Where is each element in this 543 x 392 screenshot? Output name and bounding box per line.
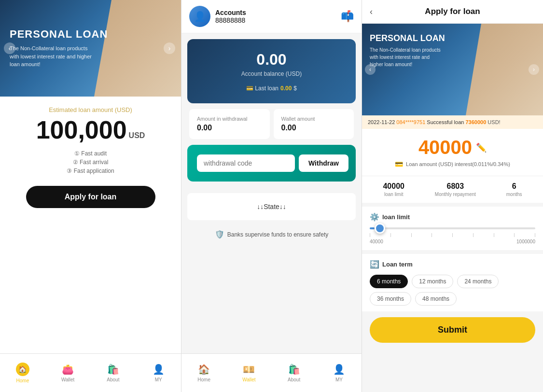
term-options: 6 months 12 months 24 months 36 months 4…	[370, 275, 535, 306]
withdrawal-value: 0.00	[197, 124, 262, 132]
loan-stats: 40000 loan limit 6803 Monthly repayment …	[362, 176, 543, 203]
loan-term-section: 🔄 Loan term 6 months 12 months 24 months…	[362, 254, 543, 311]
stat-limit-label: loan limit	[383, 192, 404, 197]
ticker-date: 2022-11-22	[368, 119, 395, 125]
term-icon: 🔄	[370, 260, 379, 269]
estimate-currency: USD	[129, 132, 145, 140]
feature-2: ② Fast arrival	[10, 159, 171, 166]
loan-limit-section: ⚙️ loan limit 40000 1000000	[362, 207, 543, 250]
balance-label: Account balance (USD)	[199, 70, 344, 77]
wallet-label: Wallet amount	[281, 116, 347, 122]
tick-8	[514, 233, 515, 237]
my-icon-mid: 👤	[333, 364, 345, 375]
about-icon-mid: 🛍️	[288, 364, 300, 375]
account-number: 88888888	[215, 16, 246, 24]
loan-limit-label: loan limit	[382, 213, 410, 221]
withdrawal-box: Amount in withdrawal 0.00	[189, 109, 270, 139]
hero-prev-btn[interactable]: ‹	[4, 42, 15, 54]
stat-repayment: 6803 Monthly repayment	[435, 182, 476, 197]
home-icon-left: 🏠	[16, 363, 29, 376]
ticker-status: Successful loan	[427, 119, 464, 125]
balance-card: 0.00 Account balance (USD) 💳 Last loan 0…	[187, 39, 356, 103]
nav-about-mid[interactable]: 🛍️ About	[272, 354, 317, 392]
tick-7	[494, 233, 494, 237]
withdrawal-code-input[interactable]	[197, 154, 295, 172]
hero-banner-left: ‹ PERSONAL LOAN The Non-Collateral loan …	[0, 0, 181, 97]
wallet-value: 0.00	[281, 124, 347, 132]
state-text: ↓↓State↓↓	[197, 203, 346, 210]
tick-3	[411, 233, 412, 237]
withdrawal-label: Amount in withdrawal	[197, 116, 262, 122]
hero-text-left: PERSONAL LOAN The Non-Collateral loan pr…	[10, 28, 108, 69]
apply-hero-next[interactable]: ›	[529, 64, 539, 75]
stat-limit-val: 40000	[383, 182, 404, 191]
last-loan-value: 0.00	[280, 85, 292, 92]
loan-ticker: 2022-11-22 084****9751 Successful loan 7…	[362, 115, 543, 129]
term-12mo[interactable]: 12 months	[412, 275, 453, 288]
nav-wallet-mid[interactable]: 💴 Wallet	[226, 354, 271, 392]
last-loan: 💳 Last loan 0.00 $	[199, 85, 344, 92]
nav-my-mid[interactable]: 👤 MY	[317, 354, 362, 392]
term-24mo[interactable]: 24 months	[457, 275, 499, 288]
slider-ticks	[370, 233, 535, 237]
hero-next-btn[interactable]: ›	[164, 42, 175, 54]
account-label: Accounts	[215, 9, 246, 16]
tick-9	[535, 233, 535, 237]
card-icon: 💳	[395, 160, 403, 168]
feature-3: ③ Fast application	[10, 168, 171, 174]
loan-term-label: Loan term	[382, 261, 413, 268]
term-48mo[interactable]: 48 months	[415, 292, 457, 306]
wallet-box: Wallet amount 0.00	[274, 109, 354, 139]
loan-amount-display: 40000 ✏️ 💳 Loan amount (USD) interest(0.…	[362, 129, 543, 176]
state-section: ↓↓State↓↓	[187, 193, 356, 220]
features-list: ① Fast audit ② Fast arrival ③ Fast appli…	[10, 150, 171, 174]
apply-for-loan-btn[interactable]: Apply for loan	[26, 186, 155, 208]
stat-months-val: 6	[506, 182, 522, 191]
back-btn[interactable]: ‹	[370, 7, 373, 17]
edit-icon[interactable]: ✏️	[476, 142, 487, 153]
panel-mid: 👤 Accounts 88888888 📫 0.00 Account balan…	[181, 0, 362, 392]
slider-min: 40000	[370, 239, 383, 244]
loan-slider-track	[370, 227, 535, 229]
ticker-amount: 7360000	[465, 119, 486, 125]
accounts-header: 👤 Accounts 88888888 📫	[181, 0, 362, 33]
amount-row: Amount in withdrawal 0.00 Wallet amount …	[187, 109, 356, 139]
term-6mo[interactable]: 6 months	[370, 275, 408, 288]
stat-repayment-label: Monthly repayment	[435, 192, 476, 197]
panel-left: ‹ PERSONAL LOAN The Non-Collateral loan …	[0, 0, 181, 392]
apply-hero-prev[interactable]: ‹	[365, 64, 376, 75]
apply-hero-desc: The Non-Collateral loan products with lo…	[370, 46, 442, 68]
loan-limit-heading: ⚙️ loan limit	[370, 212, 535, 222]
hero-desc-left: The Non-Collateral loan products with lo…	[10, 44, 92, 69]
apply-hero-text: PERSONAL LOAN The Non-Collateral loan pr…	[370, 33, 445, 68]
submit-btn[interactable]: Submit	[370, 317, 535, 343]
nav-home-mid[interactable]: 🏠 Home	[181, 354, 226, 392]
my-icon-left: 👤	[153, 364, 165, 375]
nav-home-left[interactable]: 🏠 Home	[0, 354, 45, 392]
wallet-icon-left: 👛	[62, 364, 74, 375]
nav-home-label-mid: Home	[197, 377, 210, 382]
last-loan-suffix: $	[293, 85, 297, 92]
nav-my-left[interactable]: 👤 MY	[136, 354, 181, 392]
tick-4	[432, 233, 432, 237]
loan-big-amount: 40000 ✏️	[370, 137, 535, 158]
estimate-value: 100,000	[36, 117, 127, 142]
message-icon[interactable]: 📫	[341, 10, 354, 23]
bottom-nav-left: 🏠 Home 👛 Wallet 🛍️ About 👤 MY	[0, 353, 181, 392]
loan-interest-label: Loan amount (USD) interest(0.011%/0.34%)	[406, 161, 510, 167]
account-text: Accounts 88888888	[215, 9, 246, 24]
feature-1: ① Fast audit	[10, 150, 171, 157]
withdraw-btn[interactable]: Withdraw	[299, 154, 348, 172]
apply-hero-title: PERSONAL LOAN	[370, 33, 445, 43]
nav-my-label-mid: MY	[335, 377, 343, 382]
slider-thumb[interactable]	[375, 223, 385, 234]
stat-months-label: months	[506, 192, 522, 197]
nav-about-left[interactable]: 🛍️ About	[91, 354, 136, 392]
tick-6	[473, 233, 473, 237]
nav-wallet-left[interactable]: 👛 Wallet	[45, 354, 91, 392]
tick-5	[452, 233, 453, 237]
loan-interest: 💳 Loan amount (USD) interest(0.011%/0.34…	[370, 160, 535, 168]
term-36mo[interactable]: 36 months	[370, 292, 411, 306]
hero-title-left: PERSONAL LOAN	[10, 28, 108, 41]
loan-amount-value: 40000	[418, 137, 472, 158]
